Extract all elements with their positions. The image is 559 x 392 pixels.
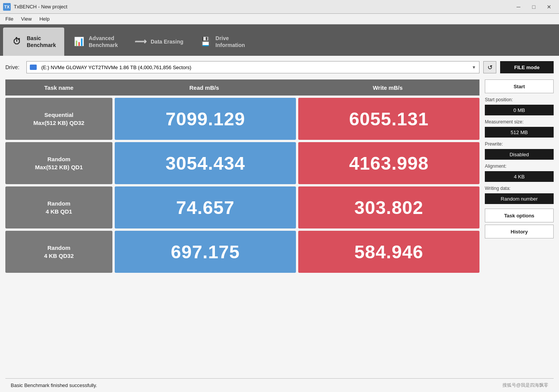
row-read-1: 3054.434 [115,142,296,184]
minimize-button[interactable]: ─ [512,2,525,12]
menu-file[interactable]: File [2,15,17,23]
drive-label: Drive: [5,64,23,70]
status-text: Basic Benchmark finished successfully. [11,382,97,388]
table-row: RandomMax(512 KB) QD1 3054.434 4163.998 [5,142,479,184]
prewrite-value: Disabled [485,149,554,160]
start-position-value: 0 MB [485,105,554,115]
row-write-0: 6055.131 [298,98,479,140]
row-label-1: RandomMax(512 KB) QD1 [5,142,112,184]
row-read-3: 697.175 [115,231,296,273]
write-value-3: 584.946 [354,241,424,262]
task-options-button[interactable]: Task options [485,209,554,222]
benchmark-table: Task name Read mB/s Write mB/s Sequentia… [5,79,479,374]
col-task-name: Task name [5,84,112,91]
watermark-text: 搜狐号@我是四海飘零 [502,382,548,389]
measurement-size-label: Measurement size: [485,119,554,125]
table-row: SequentialMax(512 KB) QD32 7099.129 6055… [5,98,479,140]
menu-help[interactable]: Help [36,15,54,23]
drive-select-text: (E:) NVMe GLOWAY YCT2TNVMe 1.86 TB (4,00… [41,65,469,70]
row-write-1: 4163.998 [298,142,479,184]
write-value-0: 6055.131 [349,109,429,130]
app-icon: TX [3,3,11,11]
menu-bar: File View Help [0,14,559,24]
basic-benchmark-icon: ⏱ [11,36,23,48]
file-mode-button[interactable]: FILE mode [500,61,554,73]
advanced-benchmark-icon: 📊 [73,36,85,48]
table-body: SequentialMax(512 KB) QD32 7099.129 6055… [5,98,479,273]
alignment-label: Alignment: [485,164,554,169]
tab-advanced-benchmark-label: AdvancedBenchmark [89,35,118,49]
window-title: TxBENCH - New project [14,4,67,10]
tab-basic-benchmark-label: BasicBenchmark [27,35,56,49]
start-button[interactable]: Start [485,79,554,93]
tab-advanced-benchmark[interactable]: 📊 AdvancedBenchmark [65,28,126,56]
row-read-0: 7099.129 [115,98,296,140]
alignment-value: 4 KB [485,171,554,182]
start-position-label: Start position: [485,97,554,102]
right-panel: Start Start position: 0 MB Measurement s… [485,79,554,374]
drive-row: Drive: (E:) NVMe GLOWAY YCT2TNVMe 1.86 T… [5,61,554,73]
close-button[interactable]: ✕ [542,2,556,12]
content-area: Task name Read mB/s Write mB/s Sequentia… [5,79,554,374]
writing-data-label: Writing data: [485,186,554,191]
read-value-1: 3054.434 [166,153,245,174]
read-value-0: 7099.129 [166,109,245,130]
status-bar: Basic Benchmark finished successfully. 搜… [5,378,554,392]
chevron-down-icon: ▼ [472,65,476,70]
prewrite-label: Prewrite: [485,141,554,147]
title-bar: TX TxBENCH - New project ─ □ ✕ [0,0,559,14]
refresh-button[interactable]: ↺ [483,61,496,73]
main-content: Drive: (E:) NVMe GLOWAY YCT2TNVMe 1.86 T… [0,56,559,392]
tab-data-erasing[interactable]: ⟿ Data Erasing [127,28,191,56]
tab-drive-information-label: DriveInformation [216,35,245,49]
row-label-2: Random4 KB QD1 [5,186,112,228]
row-label-3: Random4 KB QD32 [5,231,112,273]
write-value-2: 303.802 [354,197,424,218]
drive-icon [30,65,37,70]
writing-data-value: Random number [485,193,554,204]
history-button[interactable]: History [485,225,554,238]
tab-bar: ⏱ BasicBenchmark 📊 AdvancedBenchmark ⟿ D… [0,24,559,56]
col-read: Read mB/s [112,84,296,91]
row-read-2: 74.657 [115,186,296,228]
menu-view[interactable]: View [17,15,36,23]
tab-data-erasing-label: Data Erasing [151,38,184,45]
drive-information-icon: 💾 [200,36,212,48]
col-write: Write mB/s [296,84,479,91]
read-value-2: 74.657 [176,197,235,218]
table-row: Random4 KB QD32 697.175 584.946 [5,231,479,273]
drive-selector[interactable]: (E:) NVMe GLOWAY YCT2TNVMe 1.86 TB (4,00… [26,61,479,73]
table-row: Random4 KB QD1 74.657 303.802 [5,186,479,228]
tab-basic-benchmark[interactable]: ⏱ BasicBenchmark [3,28,64,56]
maximize-button[interactable]: □ [527,2,541,12]
measurement-size-value: 512 MB [485,127,554,138]
data-erasing-icon: ⟿ [135,36,147,48]
table-header: Task name Read mB/s Write mB/s [5,79,479,96]
row-write-3: 584.946 [298,231,479,273]
write-value-1: 4163.998 [349,153,429,174]
read-value-3: 697.175 [171,241,240,262]
row-label-0: SequentialMax(512 KB) QD32 [5,98,112,140]
tab-drive-information[interactable]: 💾 DriveInformation [192,28,253,56]
row-write-2: 303.802 [298,186,479,228]
window-controls: ─ □ ✕ [512,2,556,12]
